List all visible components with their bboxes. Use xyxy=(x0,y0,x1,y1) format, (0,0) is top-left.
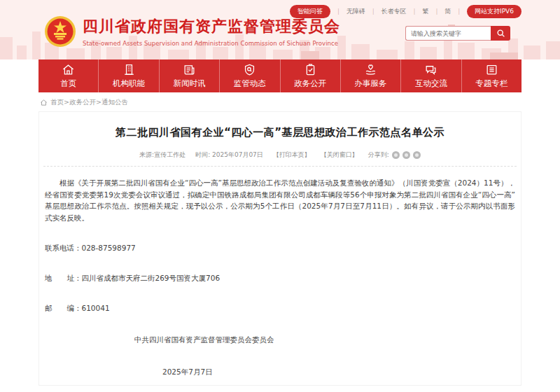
home-icon xyxy=(62,63,75,76)
utility-separator: ｜ xyxy=(370,7,377,16)
share-bar: 分享到: xyxy=(368,150,421,160)
search-icon xyxy=(496,29,505,38)
signature-date: 2025年7月7日 xyxy=(43,368,517,377)
site-title: 四川省政府国有资产监督管理委员会 xyxy=(83,16,340,37)
share-label: 分享到: xyxy=(368,150,389,160)
accessibility-link[interactable]: 无障碍 xyxy=(346,7,365,16)
main-navigation: 首页 机构职能 新闻时讯 监管动态 政务公开 办事服务 xyxy=(38,59,522,92)
signature-org: 中共四川省国有资产监督管理委员会委员会 xyxy=(43,335,517,345)
nav-label: 监管动态 xyxy=(234,78,266,89)
meta-time: 时间: 2025年07月07日 xyxy=(195,150,263,160)
heart-hands-icon xyxy=(364,63,377,76)
utility-separator: ｜ xyxy=(433,7,440,16)
print-page-link[interactable]: 【打印本页】 xyxy=(273,150,311,160)
senior-zone-link[interactable]: 长者专区 xyxy=(382,7,407,16)
building-icon xyxy=(122,63,136,76)
contact-address: 地 址：四川省成都市天府二街269号国资大厦706 xyxy=(43,274,517,284)
contact-zip: 邮 编：610041 xyxy=(43,304,517,314)
utility-separator: ｜ xyxy=(456,7,462,16)
nav-label: 机构职能 xyxy=(113,78,145,89)
national-emblem-logo xyxy=(44,15,76,48)
nav-item-news[interactable]: 新闻时讯 xyxy=(160,59,220,92)
meta-divider xyxy=(43,166,517,167)
clipboard-check-icon xyxy=(304,63,317,76)
article-meta: 来源:宣传工作处 时间: 2025年07月07日 【打印本页】 【关闭窗口】 分… xyxy=(43,150,517,160)
nav-label: 专题专栏 xyxy=(475,78,507,89)
brand-text: 四川省政府国有资产监督管理委员会 State-owned Assets Supe… xyxy=(83,16,340,47)
meta-source: 来源:宣传工作处 xyxy=(139,150,186,160)
article-content: 第二批四川省国有企业“四心一高”基层思想政治工作示范点名单公示 来源:宣传工作处… xyxy=(38,111,522,386)
nav-item-interaction[interactable]: 互动交流 xyxy=(401,59,461,92)
nav-item-functions[interactable]: 机构职能 xyxy=(99,59,159,92)
breadcrumb: 首页>政务公开>通知公告 xyxy=(38,92,522,111)
article-paragraph: 根据《关于开展第二批四川省国有企业“四心一高”基层思想政治工作示范点创建活动及复… xyxy=(45,177,515,223)
nav-label: 办事服务 xyxy=(355,78,387,89)
site-subtitle: State-owned Assets Supervision and Admin… xyxy=(83,40,340,47)
chat-bubbles-icon xyxy=(424,63,438,76)
traditional-chinese-link[interactable]: 繁 xyxy=(422,7,428,16)
utility-separator: ｜ xyxy=(412,7,418,16)
nav-label: 互动交流 xyxy=(415,78,447,89)
search-button[interactable] xyxy=(491,26,510,41)
nav-item-supervision[interactable]: 监管动态 xyxy=(220,59,280,92)
nav-label: 首页 xyxy=(60,78,76,89)
simplified-chinese-link[interactable]: 简 xyxy=(444,7,451,16)
share-wechat-icon[interactable] xyxy=(392,151,400,159)
close-window-link[interactable]: 【关闭窗口】 xyxy=(321,150,358,160)
home-icon xyxy=(40,99,48,106)
shield-search-icon xyxy=(243,63,256,76)
share-weibo-icon[interactable] xyxy=(402,151,410,159)
nav-label: 政务公开 xyxy=(294,78,326,89)
site-header: 智能问答 ｜ 无障碍 ｜ 长者专区 ｜ 繁 ｜ 简 ｜ 网站支持IPV6 四川省… xyxy=(0,0,560,59)
nav-item-gov-info[interactable]: 政务公开 xyxy=(281,59,341,92)
nav-item-home[interactable]: 首页 xyxy=(38,59,99,92)
article-title: 第二批四川省国有企业“四心一高”基层思想政治工作示范点名单公示 xyxy=(43,126,517,139)
nav-item-special-topics[interactable]: 专题专栏 xyxy=(462,59,522,92)
search-box xyxy=(405,26,510,41)
breadcrumb-path[interactable]: 首页>政务公开>通知公告 xyxy=(50,98,128,107)
site-brand: 四川省政府国有资产监督管理委员会 State-owned Assets Supe… xyxy=(44,15,340,48)
newspaper-icon xyxy=(183,63,196,76)
ipv6-badge[interactable]: 网站支持IPV6 xyxy=(467,5,522,18)
list-icon xyxy=(485,63,498,76)
search-input[interactable] xyxy=(405,26,491,41)
contact-phone: 联系电话：028-87598977 xyxy=(43,244,517,253)
nav-label: 新闻时讯 xyxy=(173,78,205,89)
nav-item-services[interactable]: 办事服务 xyxy=(341,59,401,92)
share-qq-icon[interactable] xyxy=(413,151,421,159)
